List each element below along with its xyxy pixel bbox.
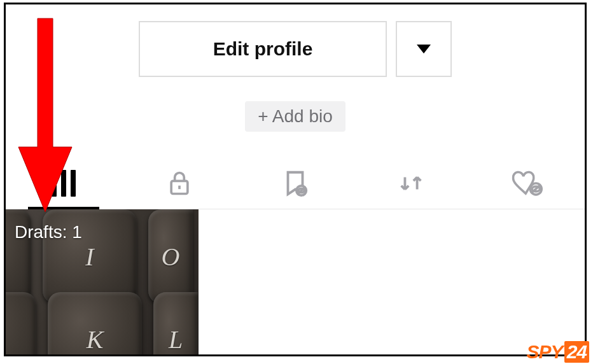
profile-tabs bbox=[6, 157, 585, 209]
repost-icon bbox=[396, 169, 426, 198]
tab-reposts[interactable] bbox=[353, 157, 469, 209]
tab-liked[interactable] bbox=[469, 157, 585, 209]
add-bio-row: + Add bio bbox=[6, 101, 585, 132]
watermark-text-1: SPY bbox=[527, 341, 563, 363]
lock-icon bbox=[165, 169, 193, 197]
tab-feed[interactable] bbox=[6, 157, 122, 209]
profile-content-grid: Drafts: 1 bbox=[6, 209, 585, 356]
bookmark-hidden-icon bbox=[281, 169, 310, 198]
tab-private[interactable] bbox=[122, 157, 237, 209]
profile-actions-row: Edit profile bbox=[6, 4, 585, 77]
edit-profile-button[interactable]: Edit profile bbox=[139, 21, 387, 77]
drafts-count-label: Drafts: 1 bbox=[15, 222, 82, 242]
feed-grid-icon bbox=[52, 170, 76, 197]
app-frame: Edit profile + Add bio bbox=[4, 3, 587, 356]
heart-hidden-icon bbox=[511, 169, 543, 198]
drafts-tile[interactable]: Drafts: 1 bbox=[6, 209, 199, 356]
add-bio-button[interactable]: + Add bio bbox=[245, 101, 345, 132]
profile-more-dropdown-button[interactable] bbox=[396, 21, 452, 77]
caret-down-icon bbox=[417, 45, 431, 53]
watermark-text-2: 24 bbox=[564, 341, 589, 363]
watermark-logo: SPY 24 bbox=[527, 341, 589, 363]
tab-saved[interactable] bbox=[237, 157, 353, 209]
